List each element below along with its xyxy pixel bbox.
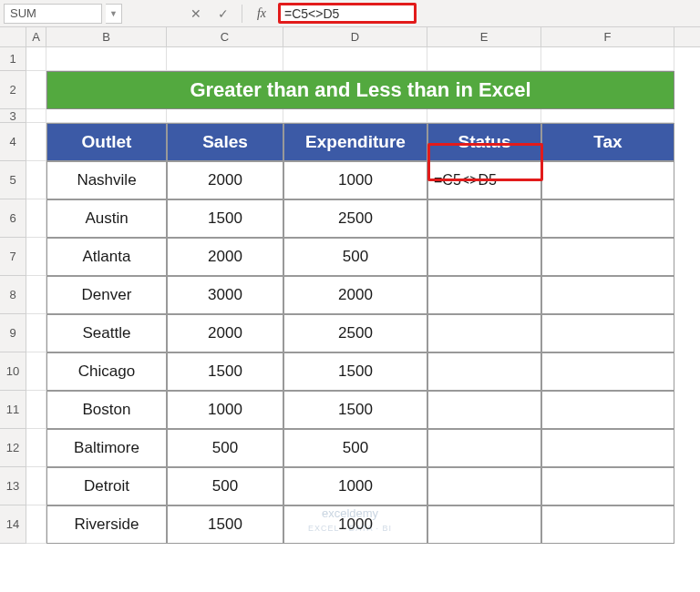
cell[interactable]: [46, 47, 167, 71]
cell-status[interactable]: =C5<>D5: [427, 161, 541, 199]
cell[interactable]: 500: [167, 429, 283, 467]
row-header-8[interactable]: 8: [0, 276, 26, 314]
cell[interactable]: Seattle: [46, 314, 167, 352]
cell[interactable]: [26, 276, 46, 314]
cell[interactable]: 1500: [283, 352, 427, 391]
fx-icon[interactable]: fx: [249, 4, 274, 24]
cell[interactable]: [46, 109, 167, 123]
cell[interactable]: 2000: [167, 161, 283, 199]
cell[interactable]: 1000: [167, 391, 283, 429]
col-header-f[interactable]: F: [541, 27, 674, 46]
col-header-a[interactable]: A: [26, 27, 46, 46]
cell-tax[interactable]: [541, 391, 674, 429]
cell[interactable]: 1000: [283, 467, 427, 505]
accept-formula-icon[interactable]: ✓: [211, 4, 235, 24]
cell[interactable]: 2000: [167, 238, 283, 276]
cell[interactable]: 3000: [167, 276, 283, 314]
cell-tax[interactable]: [541, 314, 674, 352]
col-header-c[interactable]: C: [167, 27, 283, 46]
cell-status[interactable]: [427, 314, 541, 352]
cell[interactable]: [283, 109, 427, 123]
cell[interactable]: Detroit: [46, 467, 167, 505]
page-title[interactable]: Greater than and Less than in Excel: [46, 71, 674, 109]
row-header-11[interactable]: 11: [0, 391, 26, 429]
spreadsheet-grid[interactable]: A B C D E F 1 2 Greater than and Less th…: [0, 27, 700, 544]
cell[interactable]: [427, 47, 541, 71]
cell[interactable]: 2500: [283, 314, 427, 352]
row-header-9[interactable]: 9: [0, 314, 26, 352]
cell[interactable]: 500: [283, 429, 427, 467]
cell[interactable]: [283, 47, 427, 71]
row-header-13[interactable]: 13: [0, 467, 26, 505]
cell[interactable]: [26, 314, 46, 352]
row-header-12[interactable]: 12: [0, 429, 26, 467]
cell[interactable]: [26, 47, 46, 71]
cell-tax[interactable]: [541, 505, 674, 544]
cell[interactable]: [427, 109, 541, 123]
row-header-4[interactable]: 4: [0, 123, 26, 161]
cell[interactable]: [26, 238, 46, 276]
cell[interactable]: 2500: [283, 199, 427, 238]
cell-status[interactable]: [427, 467, 541, 505]
row-header-14[interactable]: 14: [0, 505, 26, 544]
cell-status[interactable]: [427, 429, 541, 467]
cell[interactable]: [26, 352, 46, 391]
cell[interactable]: [26, 199, 46, 238]
cell[interactable]: [26, 71, 46, 109]
name-box[interactable]: SUM: [4, 4, 102, 24]
cell[interactable]: Riverside: [46, 505, 167, 544]
table-header-sales[interactable]: Sales: [167, 123, 283, 161]
cell[interactable]: [167, 47, 283, 71]
formula-input[interactable]: =C5<>D5: [278, 3, 417, 24]
cell-tax[interactable]: [541, 429, 674, 467]
cell-status[interactable]: [427, 238, 541, 276]
row-header-6[interactable]: 6: [0, 199, 26, 238]
cell[interactable]: Denver: [46, 276, 167, 314]
cell[interactable]: Atlanta: [46, 238, 167, 276]
table-header-tax[interactable]: Tax: [541, 123, 674, 161]
cell[interactable]: 2000: [283, 276, 427, 314]
name-box-dropdown[interactable]: ▼: [106, 4, 122, 24]
cell-tax[interactable]: [541, 352, 674, 391]
cell-tax[interactable]: [541, 467, 674, 505]
cell-status[interactable]: [427, 505, 541, 544]
cancel-formula-icon[interactable]: ✕: [184, 4, 208, 24]
cell[interactable]: Chicago: [46, 352, 167, 391]
cell[interactable]: Nashvile: [46, 161, 167, 199]
table-header-expenditure[interactable]: Expenditure: [283, 123, 427, 161]
table-header-status[interactable]: Status: [427, 123, 541, 161]
cell[interactable]: 1500: [167, 505, 283, 544]
cell[interactable]: 500: [283, 238, 427, 276]
cell[interactable]: [541, 47, 674, 71]
cell-status[interactable]: [427, 391, 541, 429]
cell-tax[interactable]: [541, 161, 674, 199]
cell-tax[interactable]: [541, 238, 674, 276]
cell[interactable]: Boston: [46, 391, 167, 429]
cell[interactable]: [26, 429, 46, 467]
cell-tax[interactable]: [541, 276, 674, 314]
col-header-d[interactable]: D: [283, 27, 427, 46]
cell[interactable]: [26, 109, 46, 123]
cell[interactable]: [541, 109, 674, 123]
cell-status[interactable]: [427, 199, 541, 238]
cell[interactable]: 1500: [167, 352, 283, 391]
cell[interactable]: 1500: [167, 199, 283, 238]
row-header-5[interactable]: 5: [0, 161, 26, 199]
cell[interactable]: [26, 391, 46, 429]
row-header-10[interactable]: 10: [0, 352, 26, 391]
row-header-1[interactable]: 1: [0, 47, 26, 71]
cell-status[interactable]: [427, 276, 541, 314]
select-all-corner[interactable]: [0, 27, 26, 46]
cell[interactable]: 2000: [167, 314, 283, 352]
cell[interactable]: [26, 505, 46, 544]
table-header-outlet[interactable]: Outlet: [46, 123, 167, 161]
col-header-b[interactable]: B: [46, 27, 167, 46]
row-header-3[interactable]: 3: [0, 109, 26, 123]
row-header-7[interactable]: 7: [0, 238, 26, 276]
cell-status[interactable]: [427, 352, 541, 391]
cell[interactable]: [167, 109, 283, 123]
cell[interactable]: 1500: [283, 391, 427, 429]
cell-tax[interactable]: [541, 199, 674, 238]
cell[interactable]: [26, 467, 46, 505]
row-header-2[interactable]: 2: [0, 71, 26, 109]
